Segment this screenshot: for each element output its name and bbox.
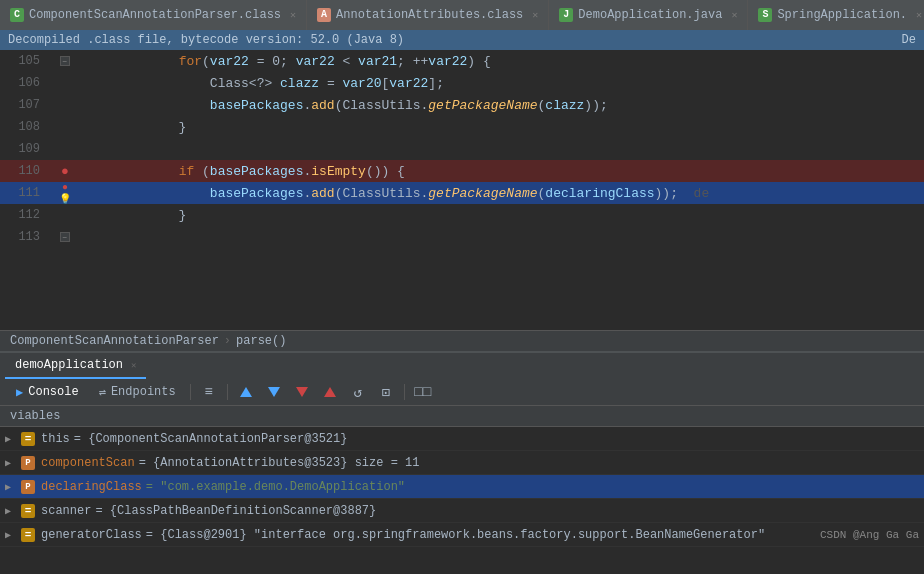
console-icon: ▶: [16, 385, 23, 400]
gutter-110: ●: [50, 164, 80, 179]
breadcrumb: ComponentScanAnnotationParser › parse(): [0, 330, 924, 351]
line-code-111: basePackages.add(ClassUtils.getPackageNa…: [80, 186, 924, 201]
expand-component-scan: ▶: [5, 457, 21, 469]
var-value-declaring-class: = "com.example.demo.DemoApplication": [146, 480, 405, 494]
tab-label-spring: SpringApplication.: [777, 8, 907, 22]
var-row-generator-class[interactable]: ▶ = generatorClass = {Class@2901} "inter…: [0, 523, 924, 547]
line-num-113: 113: [0, 230, 50, 244]
endpoints-label: Endpoints: [111, 385, 176, 399]
info-bar-right: De: [902, 33, 916, 47]
tab-annotation-attrs[interactable]: A AnnotationAttributes.class ✕: [307, 0, 549, 30]
tab-demo-app[interactable]: J DemoApplication.java ✕: [549, 0, 748, 30]
svg-marker-1: [268, 387, 280, 397]
tab-close-component[interactable]: ✕: [290, 9, 296, 21]
breakpoint-icon-110[interactable]: ●: [61, 164, 69, 179]
var-name-declaring-class: declaringClass: [41, 480, 142, 494]
code-line-112: 112 }: [0, 204, 924, 226]
toolbar-btn-grid2[interactable]: □□: [411, 381, 435, 403]
var-icon-declaring-class: P: [21, 480, 35, 494]
var-row-component-scan[interactable]: ▶ P componentScan = {AnnotationAttribute…: [0, 451, 924, 475]
console-label: Console: [28, 385, 78, 399]
toolbar-btn-up1[interactable]: [234, 381, 258, 403]
bottom-tab-close[interactable]: ✕: [131, 360, 136, 371]
toolbar-sep-2: [227, 384, 228, 400]
variables-label: viables: [10, 409, 60, 423]
toolbar-sep-3: [404, 384, 405, 400]
toolbar-btn-up2[interactable]: [318, 381, 342, 403]
breadcrumb-method[interactable]: parse(): [236, 334, 286, 348]
code-line-105: 105 − for(var22 = 0; var22 < var21; ++va…: [0, 50, 924, 72]
breadcrumb-separator: ›: [224, 334, 231, 348]
var-icon-this: =: [21, 432, 35, 446]
line-code-106: Class<?> clazz = var20[var22];: [80, 76, 924, 91]
code-line-106: 106 Class<?> clazz = var20[var22];: [0, 72, 924, 94]
line-code-112: }: [80, 208, 924, 223]
line-num-107: 107: [0, 98, 50, 112]
line-code-107: basePackages.add(ClassUtils.getPackageNa…: [80, 98, 924, 113]
line-num-108: 108: [0, 120, 50, 134]
toolbar-btn-down2[interactable]: [290, 381, 314, 403]
var-value-component-scan: = {AnnotationAttributes@3523} size = 11: [139, 456, 420, 470]
code-line-108: 108 }: [0, 116, 924, 138]
bottom-tab-bar: demoApplication ✕: [0, 351, 924, 379]
tab-close-spring[interactable]: ✕: [916, 9, 922, 21]
tab-spring-app[interactable]: S SpringApplication. ✕: [748, 0, 924, 30]
line-num-105: 105: [0, 54, 50, 68]
toolbar-btn-clear[interactable]: ≡: [197, 381, 221, 403]
tab-label-demo: DemoApplication.java: [578, 8, 722, 22]
bottom-tab-demo-app[interactable]: demoApplication ✕: [5, 353, 146, 379]
gutter-113: −: [50, 232, 80, 242]
var-icon-scanner: =: [21, 504, 35, 518]
line-code-110: if (basePackages.isEmpty()) {: [80, 164, 924, 179]
current-line-icon: 💡: [59, 193, 71, 205]
code-line-113: 113 −: [0, 226, 924, 248]
var-row-this[interactable]: ▶ = this = {ComponentScanAnnotationParse…: [0, 427, 924, 451]
tab-close-annotation[interactable]: ✕: [532, 9, 538, 21]
svg-marker-2: [296, 387, 308, 397]
var-icon-generator-class: =: [21, 528, 35, 542]
watermark-label: CSDN @Ang Ga Ga: [820, 529, 919, 541]
code-line-111: 111 ● 💡 basePackages.add(ClassUtils.getP…: [0, 182, 924, 204]
line-code-108: }: [80, 120, 924, 135]
var-name-generator-class: generatorClass: [41, 528, 142, 542]
code-line-109: 109: [0, 138, 924, 160]
var-row-declaring-class[interactable]: ▶ P declaringClass = "com.example.demo.D…: [0, 475, 924, 499]
info-bar-text: Decompiled .class file, bytecode version…: [8, 33, 404, 47]
tab-component-scan[interactable]: C ComponentScanAnnotationParser.class ✕: [0, 0, 307, 30]
expand-this: ▶: [5, 433, 21, 445]
endpoints-tab[interactable]: ⇌ Endpoints: [91, 381, 184, 403]
line-num-110: 110: [0, 164, 50, 178]
line-num-106: 106: [0, 76, 50, 90]
var-value-this: = {ComponentScanAnnotationParser@3521}: [74, 432, 348, 446]
expand-generator-class: ▶: [5, 529, 21, 541]
var-name-this: this: [41, 432, 70, 446]
var-value-scanner: = {ClassPathBeanDefinitionScanner@3887}: [95, 504, 376, 518]
fold-icon-105[interactable]: −: [60, 56, 70, 66]
tab-icon-spring: S: [758, 8, 772, 22]
tab-label-annotation: AnnotationAttributes.class: [336, 8, 523, 22]
svg-marker-3: [324, 387, 336, 397]
breadcrumb-class[interactable]: ComponentScanAnnotationParser: [10, 334, 219, 348]
fold-icon-113[interactable]: −: [60, 232, 70, 242]
endpoints-icon: ⇌: [99, 385, 106, 400]
toolbar-btn-grid1[interactable]: ⊡: [374, 381, 398, 403]
toolbar-btn-down1[interactable]: [262, 381, 286, 403]
debug-toolbar: ▶ Console ⇌ Endpoints ≡ ↺ ⊡ □□: [0, 379, 924, 406]
var-name-scanner: scanner: [41, 504, 91, 518]
variables-section-header: viables: [0, 406, 924, 427]
var-name-component-scan: componentScan: [41, 456, 135, 470]
var-icon-component-scan: P: [21, 456, 35, 470]
var-row-scanner[interactable]: ▶ = scanner = {ClassPathBeanDefinitionSc…: [0, 499, 924, 523]
console-tab[interactable]: ▶ Console: [8, 381, 87, 403]
gutter-105: −: [50, 56, 80, 66]
breakpoint-icon-111[interactable]: ●: [62, 182, 68, 193]
variables-list: ▶ = this = {ComponentScanAnnotationParse…: [0, 427, 924, 547]
toolbar-sep-1: [190, 384, 191, 400]
line-num-109: 109: [0, 142, 50, 156]
toolbar-btn-refresh[interactable]: ↺: [346, 381, 370, 403]
tab-close-demo[interactable]: ✕: [731, 9, 737, 21]
gutter-111: ● 💡: [50, 182, 80, 205]
code-line-107: 107 basePackages.add(ClassUtils.getPacka…: [0, 94, 924, 116]
tab-label-component: ComponentScanAnnotationParser.class: [29, 8, 281, 22]
svg-marker-0: [240, 387, 252, 397]
